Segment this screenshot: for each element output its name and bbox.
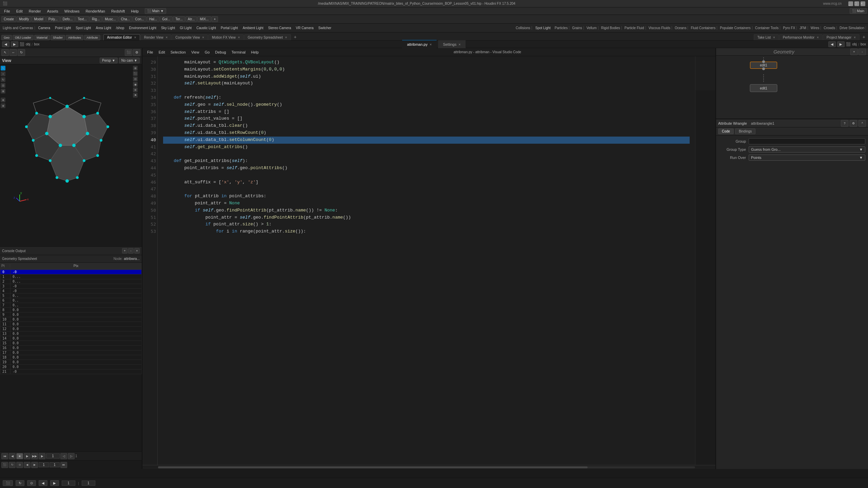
shop-btn[interactable]: /shop	[114, 25, 126, 30]
shelf-model[interactable]: Model	[32, 16, 45, 22]
status-icon-btn5[interactable]: ▶	[50, 480, 59, 486]
table-row[interactable]: 120.0	[0, 327, 142, 331]
vp-icon1[interactable]: ⊞	[133, 66, 138, 70]
prev-key-btn[interactable]: ◁	[60, 453, 67, 459]
main-btn-right[interactable]: ⬛ Main	[850, 8, 867, 14]
main-workspace-btn[interactable]: ⬛ Main ▼	[145, 8, 166, 14]
next-frame-btn[interactable]: ▶	[39, 453, 45, 459]
menu-render[interactable]: Render	[26, 8, 44, 14]
light-gi[interactable]: GI Light	[178, 25, 194, 30]
scale-icon[interactable]: ⊡	[1, 83, 5, 88]
shelf-mix[interactable]: MIX...	[197, 16, 211, 22]
right-path-obj[interactable]: obj	[852, 42, 856, 46]
frame-number-input[interactable]	[39, 462, 49, 467]
status-icon-btn3[interactable]: ⊙	[27, 480, 36, 486]
vp-icon4[interactable]: ◉	[133, 82, 138, 87]
shelf-cha[interactable]: Cha...	[119, 16, 133, 22]
viewport-3d[interactable]: ↖ + ↻ ⊡ ⊞ ⊕ ⊗	[0, 64, 142, 246]
menu-renderman[interactable]: RenderMan	[83, 8, 107, 14]
table-row[interactable]: 140.0	[0, 336, 142, 341]
status-icon-btn1[interactable]: ⬛	[3, 480, 13, 486]
right-back-btn[interactable]: ◀	[828, 41, 836, 47]
vscode-tab-settings[interactable]: Settings ×	[438, 40, 466, 48]
shelf-poly[interactable]: Poly...	[46, 16, 60, 22]
light-switcher[interactable]: Switcher	[316, 25, 333, 30]
vscode-selection-menu[interactable]: Selection	[169, 50, 188, 54]
vp-icon3[interactable]: ⊡	[133, 77, 138, 81]
tab-composite-view[interactable]: Composite View ×	[172, 34, 208, 40]
wrangle-help-btn[interactable]: ?	[841, 120, 848, 127]
status-icon5[interactable]: ▶	[31, 462, 38, 468]
table-row[interactable]: 70..	[0, 303, 142, 308]
shelf-defo[interactable]: Defo...	[60, 16, 75, 22]
tab-code[interactable]: Code	[718, 128, 734, 134]
obj-loader-btn[interactable]: OBJ Loader	[13, 35, 34, 40]
left-path-obj[interactable]: obj	[26, 42, 30, 46]
transform-icon[interactable]: ⊞	[1, 89, 5, 94]
material-btn[interactable]: Material	[34, 35, 50, 40]
status-icon4[interactable]: ◀	[24, 462, 31, 468]
persp-btn[interactable]: Persp ▼	[100, 58, 118, 63]
shelf-create[interactable]: Create	[1, 16, 16, 22]
vp-icon2[interactable]: ⬛	[133, 71, 138, 76]
shelf-hal[interactable]: Hal...	[147, 16, 159, 22]
vscode-edit-menu[interactable]: Edit	[157, 50, 167, 54]
viewport-back-btn[interactable]: ◀	[2, 41, 9, 47]
play-reverse-btn[interactable]: ▶▶	[31, 453, 38, 459]
light-point[interactable]: Point Light	[53, 25, 73, 30]
light-camera[interactable]: Camera	[36, 25, 53, 30]
no-cam-btn[interactable]: No cam ▼	[119, 58, 140, 63]
vp-rotate-btn[interactable]: ↻	[18, 49, 25, 56]
view-pan-icon[interactable]: ⊕	[1, 98, 5, 102]
vp-move-btn[interactable]: ↔	[9, 49, 17, 56]
light-sky[interactable]: Sky Light	[159, 25, 177, 30]
collisions-spot[interactable]: Spot Light	[533, 25, 553, 30]
shelf-con[interactable]: Con...	[133, 16, 146, 22]
menu-help[interactable]: Help	[128, 8, 141, 14]
console-close-btn[interactable]: ×	[134, 248, 140, 253]
table-row[interactable]: 100.0	[0, 317, 142, 322]
view-zoom-icon[interactable]: ⊗	[1, 103, 5, 108]
tab-take-list[interactable]: Take List ×	[754, 34, 779, 40]
light-area[interactable]: Area Light	[94, 25, 113, 30]
shader-btn[interactable]: Shader	[51, 35, 65, 40]
node-edit1[interactable]: edit1	[750, 62, 777, 69]
viewport-forward-btn[interactable]: ▶	[11, 41, 18, 47]
minimize-btn[interactable]: _	[848, 1, 853, 6]
vscode-debug-menu[interactable]: Debug	[213, 50, 228, 54]
maximize-btn[interactable]: □	[854, 1, 859, 6]
status-frame-end-input[interactable]	[82, 481, 95, 486]
status-frame-input[interactable]	[62, 481, 75, 486]
wrangle-settings-btn[interactable]: ⚙	[850, 120, 857, 127]
h-scrollbar-thumb[interactable]	[158, 466, 588, 468]
vp-select-btn[interactable]: ↖	[1, 49, 9, 56]
light-ambient[interactable]: Ambient Light	[241, 25, 265, 30]
light-spot[interactable]: Spot Light	[74, 25, 93, 30]
table-row[interactable]: 4-0	[0, 289, 142, 293]
table-row[interactable]: 50..	[0, 293, 142, 298]
table-row[interactable]: 0-0	[0, 270, 142, 274]
go-start-btn[interactable]: ⏮	[1, 453, 8, 459]
light-vr[interactable]: VR Camera	[294, 25, 316, 30]
graph-zoom-in[interactable]: +	[850, 48, 858, 55]
light-env[interactable]: Environment Light	[127, 25, 158, 30]
node-area[interactable]: edit1 edit1	[716, 56, 868, 118]
shelf-atr[interactable]: Atr...	[185, 16, 197, 22]
table-row[interactable]: 110.0	[0, 322, 142, 327]
current-frame-input[interactable]	[46, 453, 60, 459]
tab-animation-editor[interactable]: Animation Editor ×	[103, 34, 140, 40]
prev-frame-btn[interactable]: ◀	[9, 453, 16, 459]
table-row[interactable]: 170.0	[0, 350, 142, 355]
table-row[interactable]: 180.0	[0, 355, 142, 360]
vp-icon5[interactable]: ⊛	[133, 87, 138, 92]
table-row[interactable]: 160.0	[0, 346, 142, 350]
tab-geo-spreadsheet[interactable]: Geometry Spreadsheet ×	[244, 34, 291, 40]
close-btn[interactable]: ×	[861, 1, 865, 6]
table-row[interactable]: 10...	[0, 274, 142, 279]
tab-bindings[interactable]: Bindings	[735, 128, 755, 134]
tab-add-btn[interactable]: +	[291, 34, 299, 40]
tab-motion-fx[interactable]: Motion FX View ×	[208, 34, 243, 40]
shelf-modify[interactable]: Modify	[17, 16, 31, 22]
rotate-icon[interactable]: ↻	[1, 77, 5, 82]
shelf-ter[interactable]: Ter...	[173, 16, 185, 22]
